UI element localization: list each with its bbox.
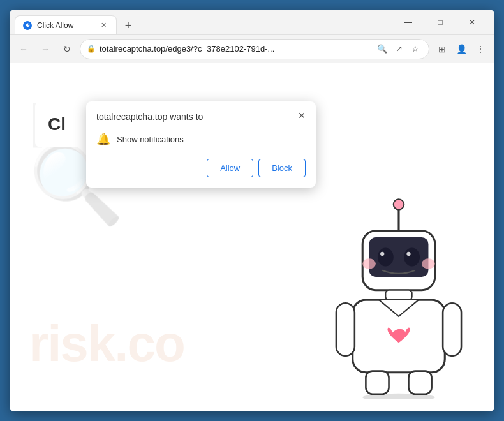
back-button[interactable]: ←	[15, 40, 33, 58]
share-button[interactable]: ↗	[392, 42, 406, 56]
allow-button[interactable]: Allow	[207, 159, 253, 177]
favicon-symbol: ⊕	[26, 22, 30, 28]
svg-point-8	[362, 258, 376, 269]
robot-illustration	[329, 195, 469, 399]
tab-close-button[interactable]: ✕	[98, 20, 108, 31]
robot-svg	[329, 195, 469, 399]
popup-buttons: Allow Block	[96, 159, 306, 177]
svg-point-7	[406, 252, 410, 256]
tab-label: Click Allow	[37, 21, 93, 30]
tab-favicon: ⊕	[23, 21, 32, 30]
search-address-button[interactable]: 🔍	[375, 42, 389, 56]
toolbar-right: ⊞ 👤 ⋮	[433, 40, 489, 58]
active-tab[interactable]: ⊕ Click Allow ✕	[15, 15, 117, 34]
block-button[interactable]: Block	[258, 159, 306, 177]
svg-point-6	[380, 252, 384, 256]
minimize-button[interactable]: —	[394, 13, 423, 32]
browser-window: ⊕ Click Allow ✕ + — □ ✕ ← → ↻ 🔒 totalrec…	[10, 10, 494, 411]
svg-rect-14	[366, 371, 389, 394]
address-bar[interactable]: 🔒 totalrecaptcha.top/edge3/?c=378e2102-7…	[80, 39, 429, 59]
bell-icon: 🔔	[96, 132, 110, 146]
svg-rect-12	[336, 303, 355, 356]
maximize-button[interactable]: □	[426, 13, 455, 32]
svg-point-5	[404, 248, 420, 267]
svg-point-9	[422, 258, 435, 269]
notification-popup: ✕ totalrecaptcha.top wants to 🔔 Show not…	[86, 101, 316, 188]
webpage-content: PC 🔍 risk.co Cl ✕ totalrecaptcha.top wan…	[10, 63, 494, 411]
tab-area: ⊕ Click Allow ✕ +	[15, 10, 394, 34]
page-heading: Cl	[48, 114, 66, 134]
watermark-risk: risk.co	[29, 314, 184, 373]
svg-rect-13	[443, 303, 461, 356]
menu-button[interactable]: ⋮	[471, 40, 489, 58]
permission-text: Show notifications	[117, 135, 184, 144]
close-button[interactable]: ✕	[457, 13, 487, 32]
popup-title: totalrecaptcha.top wants to	[96, 112, 306, 122]
new-tab-button[interactable]: +	[119, 17, 137, 34]
svg-rect-15	[408, 371, 431, 394]
popup-permission: 🔔 Show notifications	[96, 129, 306, 149]
webpage: PC 🔍 risk.co Cl ✕ totalrecaptcha.top wan…	[10, 63, 494, 411]
svg-rect-10	[385, 290, 411, 300]
split-view-button[interactable]: ⊞	[433, 40, 451, 58]
svg-point-1	[394, 199, 404, 210]
favorite-button[interactable]: ☆	[408, 42, 422, 56]
forward-button[interactable]: →	[36, 40, 54, 58]
svg-point-4	[378, 248, 394, 267]
refresh-button[interactable]: ↻	[58, 40, 76, 58]
title-bar: ⊕ Click Allow ✕ + — □ ✕	[10, 10, 494, 35]
popup-close-button[interactable]: ✕	[294, 108, 309, 123]
address-action-icons: 🔍 ↗ ☆	[375, 42, 422, 56]
url-text: totalrecaptcha.top/edge3/?c=378e2102-791…	[100, 44, 371, 54]
nav-bar: ← → ↻ 🔒 totalrecaptcha.top/edge3/?c=378e…	[10, 35, 494, 63]
lock-icon: 🔒	[87, 45, 96, 53]
profile-button[interactable]: 👤	[452, 40, 470, 58]
window-controls: — □ ✕	[394, 13, 489, 32]
